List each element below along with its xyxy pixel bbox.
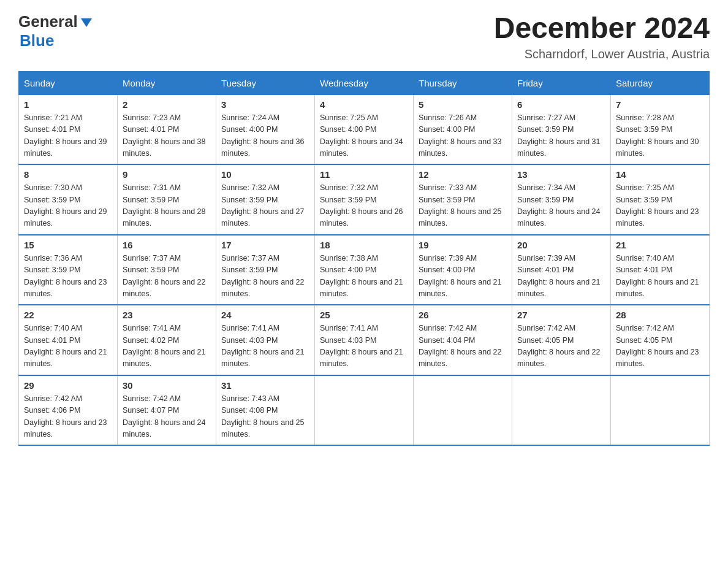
day-number: 1 xyxy=(24,99,112,110)
day-info: Sunrise: 7:42 AMSunset: 4:05 PMDaylight:… xyxy=(616,324,699,368)
page-header: General Blue December 2024 Scharndorf, L… xyxy=(18,12,710,61)
day-info: Sunrise: 7:34 AMSunset: 3:59 PMDaylight:… xyxy=(517,183,601,228)
calendar-cell: 23 Sunrise: 7:41 AMSunset: 4:02 PMDaylig… xyxy=(118,305,216,375)
weekday-header-tuesday: Tuesday xyxy=(216,71,315,94)
day-info: Sunrise: 7:32 AMSunset: 3:59 PMDaylight:… xyxy=(221,183,305,228)
day-number: 18 xyxy=(320,240,408,250)
day-info: Sunrise: 7:41 AMSunset: 4:03 PMDaylight:… xyxy=(320,324,403,368)
calendar-cell: 30 Sunrise: 7:42 AMSunset: 4:07 PMDaylig… xyxy=(118,375,216,446)
day-number: 24 xyxy=(221,310,309,320)
calendar-cell: 21 Sunrise: 7:40 AMSunset: 4:01 PMDaylig… xyxy=(611,235,710,305)
calendar-cell: 26 Sunrise: 7:42 AMSunset: 4:04 PMDaylig… xyxy=(414,305,512,375)
day-number: 22 xyxy=(24,310,112,320)
calendar-cell: 29 Sunrise: 7:42 AMSunset: 4:06 PMDaylig… xyxy=(19,375,118,446)
calendar-week-row: 22 Sunrise: 7:40 AMSunset: 4:01 PMDaylig… xyxy=(19,305,710,375)
month-title: December 2024 xyxy=(494,12,710,45)
day-number: 13 xyxy=(517,169,605,180)
calendar-cell: 27 Sunrise: 7:42 AMSunset: 4:05 PMDaylig… xyxy=(512,305,611,375)
day-number: 15 xyxy=(24,240,112,250)
day-number: 28 xyxy=(616,310,704,320)
day-info: Sunrise: 7:42 AMSunset: 4:05 PMDaylight:… xyxy=(517,324,601,368)
calendar-cell: 9 Sunrise: 7:31 AMSunset: 3:59 PMDayligh… xyxy=(118,164,216,235)
day-number: 19 xyxy=(419,240,507,250)
day-info: Sunrise: 7:21 AMSunset: 4:01 PMDaylight:… xyxy=(24,113,107,158)
calendar-week-row: 15 Sunrise: 7:36 AMSunset: 3:59 PMDaylig… xyxy=(19,235,710,305)
calendar-week-row: 29 Sunrise: 7:42 AMSunset: 4:06 PMDaylig… xyxy=(19,375,710,446)
logo-icon xyxy=(80,16,93,29)
calendar-cell: 12 Sunrise: 7:33 AMSunset: 3:59 PMDaylig… xyxy=(414,164,512,235)
calendar-cell xyxy=(512,375,611,446)
day-number: 4 xyxy=(320,99,408,110)
logo-general: General xyxy=(18,12,78,31)
day-info: Sunrise: 7:32 AMSunset: 3:59 PMDaylight:… xyxy=(320,183,403,228)
day-info: Sunrise: 7:23 AMSunset: 4:01 PMDaylight:… xyxy=(123,113,206,158)
day-number: 12 xyxy=(419,169,507,180)
calendar-cell xyxy=(414,375,512,446)
calendar-cell: 22 Sunrise: 7:40 AMSunset: 4:01 PMDaylig… xyxy=(19,305,118,375)
location-subtitle: Scharndorf, Lower Austria, Austria xyxy=(494,47,710,61)
calendar-cell: 8 Sunrise: 7:30 AMSunset: 3:59 PMDayligh… xyxy=(19,164,118,235)
day-number: 11 xyxy=(320,169,408,180)
calendar-cell: 6 Sunrise: 7:27 AMSunset: 3:59 PMDayligh… xyxy=(512,94,611,164)
calendar-cell: 5 Sunrise: 7:26 AMSunset: 4:00 PMDayligh… xyxy=(414,94,512,164)
day-number: 25 xyxy=(320,310,408,320)
day-number: 30 xyxy=(123,380,211,391)
logo: General Blue xyxy=(18,12,93,50)
calendar-cell: 2 Sunrise: 7:23 AMSunset: 4:01 PMDayligh… xyxy=(118,94,216,164)
calendar-cell: 16 Sunrise: 7:37 AMSunset: 3:59 PMDaylig… xyxy=(118,235,216,305)
day-info: Sunrise: 7:25 AMSunset: 4:00 PMDaylight:… xyxy=(320,113,403,158)
calendar-cell: 19 Sunrise: 7:39 AMSunset: 4:00 PMDaylig… xyxy=(414,235,512,305)
calendar-cell: 10 Sunrise: 7:32 AMSunset: 3:59 PMDaylig… xyxy=(216,164,315,235)
day-info: Sunrise: 7:24 AMSunset: 4:00 PMDaylight:… xyxy=(221,113,305,158)
day-number: 8 xyxy=(24,169,112,180)
calendar-cell: 17 Sunrise: 7:37 AMSunset: 3:59 PMDaylig… xyxy=(216,235,315,305)
day-number: 26 xyxy=(419,310,507,320)
day-info: Sunrise: 7:30 AMSunset: 3:59 PMDaylight:… xyxy=(24,183,107,228)
day-number: 5 xyxy=(419,99,507,110)
svg-marker-0 xyxy=(81,18,92,27)
day-info: Sunrise: 7:37 AMSunset: 3:59 PMDaylight:… xyxy=(123,254,206,298)
weekday-header-saturday: Saturday xyxy=(611,71,710,94)
day-number: 27 xyxy=(517,310,605,320)
day-number: 21 xyxy=(616,240,704,250)
calendar-cell xyxy=(611,375,710,446)
weekday-header-thursday: Thursday xyxy=(414,71,512,94)
day-info: Sunrise: 7:26 AMSunset: 4:00 PMDaylight:… xyxy=(419,113,502,158)
day-info: Sunrise: 7:41 AMSunset: 4:03 PMDaylight:… xyxy=(221,324,305,368)
day-info: Sunrise: 7:27 AMSunset: 3:59 PMDaylight:… xyxy=(517,113,601,158)
day-info: Sunrise: 7:43 AMSunset: 4:08 PMDaylight:… xyxy=(221,394,305,439)
calendar-cell xyxy=(315,375,414,446)
day-number: 2 xyxy=(123,99,211,110)
day-info: Sunrise: 7:36 AMSunset: 3:59 PMDaylight:… xyxy=(24,254,107,298)
weekday-header-wednesday: Wednesday xyxy=(315,71,414,94)
day-info: Sunrise: 7:40 AMSunset: 4:01 PMDaylight:… xyxy=(24,324,107,368)
calendar-cell: 25 Sunrise: 7:41 AMSunset: 4:03 PMDaylig… xyxy=(315,305,414,375)
day-number: 17 xyxy=(221,240,309,250)
calendar-cell: 20 Sunrise: 7:39 AMSunset: 4:01 PMDaylig… xyxy=(512,235,611,305)
day-number: 7 xyxy=(616,99,704,110)
day-number: 10 xyxy=(221,169,309,180)
calendar-cell: 15 Sunrise: 7:36 AMSunset: 3:59 PMDaylig… xyxy=(19,235,118,305)
day-info: Sunrise: 7:40 AMSunset: 4:01 PMDaylight:… xyxy=(616,254,699,298)
day-number: 20 xyxy=(517,240,605,250)
day-info: Sunrise: 7:42 AMSunset: 4:06 PMDaylight:… xyxy=(24,394,107,439)
day-number: 16 xyxy=(123,240,211,250)
day-info: Sunrise: 7:42 AMSunset: 4:07 PMDaylight:… xyxy=(123,394,206,439)
day-number: 3 xyxy=(221,99,309,110)
calendar-cell: 24 Sunrise: 7:41 AMSunset: 4:03 PMDaylig… xyxy=(216,305,315,375)
calendar-cell: 4 Sunrise: 7:25 AMSunset: 4:00 PMDayligh… xyxy=(315,94,414,164)
weekday-header-friday: Friday xyxy=(512,71,611,94)
calendar-cell: 28 Sunrise: 7:42 AMSunset: 4:05 PMDaylig… xyxy=(611,305,710,375)
calendar-cell: 7 Sunrise: 7:28 AMSunset: 3:59 PMDayligh… xyxy=(611,94,710,164)
day-info: Sunrise: 7:33 AMSunset: 3:59 PMDaylight:… xyxy=(419,183,502,228)
day-info: Sunrise: 7:37 AMSunset: 3:59 PMDaylight:… xyxy=(221,254,305,298)
calendar-week-row: 8 Sunrise: 7:30 AMSunset: 3:59 PMDayligh… xyxy=(19,164,710,235)
title-block: December 2024 Scharndorf, Lower Austria,… xyxy=(494,12,710,61)
day-info: Sunrise: 7:39 AMSunset: 4:01 PMDaylight:… xyxy=(517,254,601,298)
calendar-cell: 18 Sunrise: 7:38 AMSunset: 4:00 PMDaylig… xyxy=(315,235,414,305)
calendar-cell: 31 Sunrise: 7:43 AMSunset: 4:08 PMDaylig… xyxy=(216,375,315,446)
day-info: Sunrise: 7:35 AMSunset: 3:59 PMDaylight:… xyxy=(616,183,699,228)
calendar-cell: 13 Sunrise: 7:34 AMSunset: 3:59 PMDaylig… xyxy=(512,164,611,235)
day-number: 14 xyxy=(616,169,704,180)
logo-blue: Blue xyxy=(20,31,54,50)
